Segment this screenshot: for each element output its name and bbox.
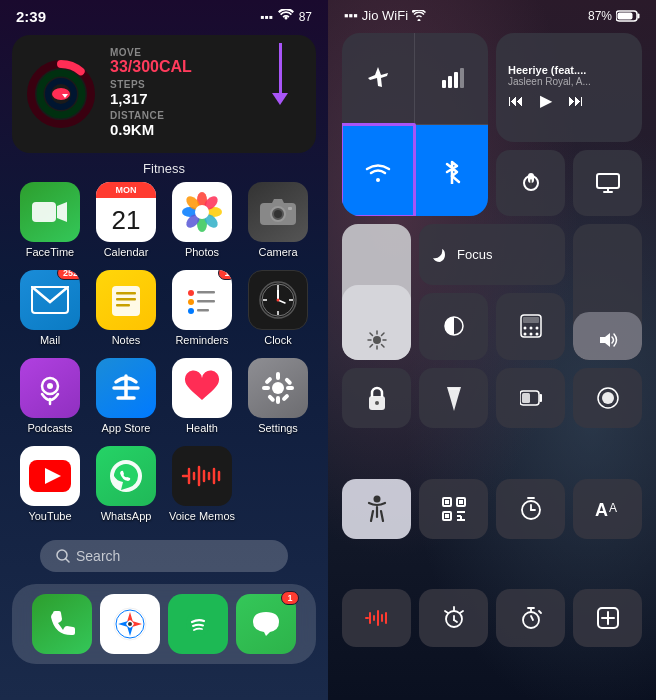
- row-3: [342, 368, 642, 471]
- svg-line-141: [454, 620, 457, 622]
- svg-rect-87: [597, 174, 619, 188]
- wifi-toggle-btn[interactable]: [342, 125, 415, 217]
- app-mail[interactable]: 252 Mail: [16, 270, 84, 346]
- svg-line-146: [531, 616, 533, 620]
- app-camera[interactable]: Camera: [244, 182, 312, 258]
- svg-line-149: [539, 611, 541, 613]
- arrow-annotation: [272, 43, 288, 105]
- voice-memos-bottom-btn[interactable]: [342, 589, 411, 647]
- row-5: [342, 589, 642, 696]
- cellular-btn[interactable]: [415, 33, 488, 125]
- fast-forward-btn[interactable]: ⏭: [568, 92, 584, 110]
- app-appstore[interactable]: App Store: [92, 358, 160, 434]
- svg-rect-121: [459, 500, 463, 504]
- health-label: Health: [186, 422, 218, 434]
- connectivity-block: [342, 33, 488, 216]
- svg-rect-49: [262, 386, 270, 390]
- svg-marker-109: [447, 387, 461, 411]
- accessibility-btn[interactable]: [342, 479, 411, 539]
- whatsapp-label: WhatsApp: [101, 510, 152, 522]
- svg-rect-113: [522, 393, 530, 403]
- svg-rect-47: [276, 372, 280, 380]
- status-bar-right: ▪▪▪ Jio WiFi 87%: [334, 0, 650, 29]
- distance-value: 0.9KM: [110, 121, 302, 138]
- timer-btn[interactable]: [496, 479, 565, 539]
- battery-left: 87: [299, 10, 312, 24]
- reminders-icon: 1: [172, 270, 232, 330]
- bluetooth-btn[interactable]: [415, 125, 488, 217]
- svg-point-103: [535, 327, 538, 330]
- svg-rect-27: [116, 304, 130, 307]
- reminders-label: Reminders: [175, 334, 228, 346]
- airplane-mode-btn[interactable]: [342, 33, 415, 125]
- focus-btn[interactable]: Focus: [419, 224, 565, 285]
- app-voicememos[interactable]: Voice Memos: [168, 446, 236, 522]
- svg-text:A: A: [609, 501, 617, 515]
- camera-icon: [248, 182, 308, 242]
- svg-point-28: [188, 290, 194, 296]
- alarm-btn[interactable]: [419, 589, 488, 647]
- calculator-btn[interactable]: [496, 293, 565, 360]
- app-settings[interactable]: Settings: [244, 358, 312, 434]
- svg-rect-120: [445, 500, 449, 504]
- search-bar[interactable]: Search: [40, 540, 288, 572]
- svg-point-104: [523, 333, 526, 336]
- dock-phone[interactable]: [32, 594, 92, 654]
- rotation-lock-btn[interactable]: [496, 150, 565, 217]
- podcasts-label: Podcasts: [27, 422, 72, 434]
- record-btn[interactable]: [573, 368, 642, 428]
- svg-point-102: [529, 327, 532, 330]
- text-size-btn[interactable]: A A: [573, 479, 642, 539]
- signal-icon: ▪▪▪: [260, 10, 273, 24]
- settings-label: Settings: [258, 422, 298, 434]
- fitness-widget[interactable]: MOVE 33/300CAL STEPS 1,317 DISTANCE 0.9K…: [12, 35, 316, 153]
- flashlight-btn[interactable]: [419, 368, 488, 428]
- dock-safari[interactable]: [100, 594, 160, 654]
- app-whatsapp[interactable]: WhatsApp: [92, 446, 160, 522]
- podcasts-icon: [20, 358, 80, 418]
- dock-spotify[interactable]: [168, 594, 228, 654]
- app-reminders[interactable]: 1 Reminders: [168, 270, 236, 346]
- now-playing-title: Heeriye (feat....: [508, 64, 591, 76]
- screen-mirror-btn[interactable]: [573, 150, 642, 217]
- svg-point-116: [373, 495, 380, 502]
- dock-messages[interactable]: 1: [236, 594, 296, 654]
- app-health[interactable]: Health: [168, 358, 236, 434]
- play-btn[interactable]: ▶: [540, 91, 552, 110]
- app-calendar[interactable]: MON 21 Calendar: [92, 182, 160, 258]
- add-shortcut-btn[interactable]: [573, 589, 642, 647]
- volume-slider[interactable]: [573, 224, 642, 359]
- battery-status-btn[interactable]: [496, 368, 565, 428]
- svg-point-74: [128, 622, 132, 626]
- mail-icon: 252: [20, 270, 80, 330]
- app-notes[interactable]: Notes: [92, 270, 160, 346]
- brightness-slider[interactable]: [342, 224, 411, 359]
- svg-point-145: [523, 612, 539, 628]
- app-podcasts[interactable]: Podcasts: [16, 358, 84, 434]
- app-facetime[interactable]: FaceTime: [16, 182, 84, 258]
- lock-btn[interactable]: [342, 368, 411, 428]
- svg-rect-77: [618, 12, 633, 19]
- status-icons-left: ▪▪▪ 87: [260, 9, 312, 24]
- svg-line-142: [445, 611, 448, 613]
- app-youtube[interactable]: YouTube: [16, 446, 84, 522]
- qr-scanner-btn[interactable]: [419, 479, 488, 539]
- svg-rect-51: [264, 376, 272, 384]
- rewind-btn[interactable]: ⏮: [508, 92, 524, 110]
- stopwatch-btn[interactable]: [496, 589, 565, 647]
- moon-icon: [431, 246, 449, 264]
- dark-mode-btn[interactable]: [419, 293, 488, 360]
- battery-info-right: 87%: [588, 9, 640, 23]
- svg-point-88: [373, 336, 381, 344]
- app-photos[interactable]: Photos: [168, 182, 236, 258]
- photos-icon: [172, 182, 232, 242]
- app-clock[interactable]: Clock: [244, 270, 312, 346]
- svg-text:A: A: [595, 500, 608, 520]
- svg-rect-24: [112, 286, 140, 316]
- svg-point-101: [523, 327, 526, 330]
- row-4: A A: [342, 479, 642, 582]
- section-label: Fitness: [0, 161, 328, 176]
- svg-point-46: [272, 382, 284, 394]
- brightness-icon: [367, 330, 387, 350]
- appstore-icon: [96, 358, 156, 418]
